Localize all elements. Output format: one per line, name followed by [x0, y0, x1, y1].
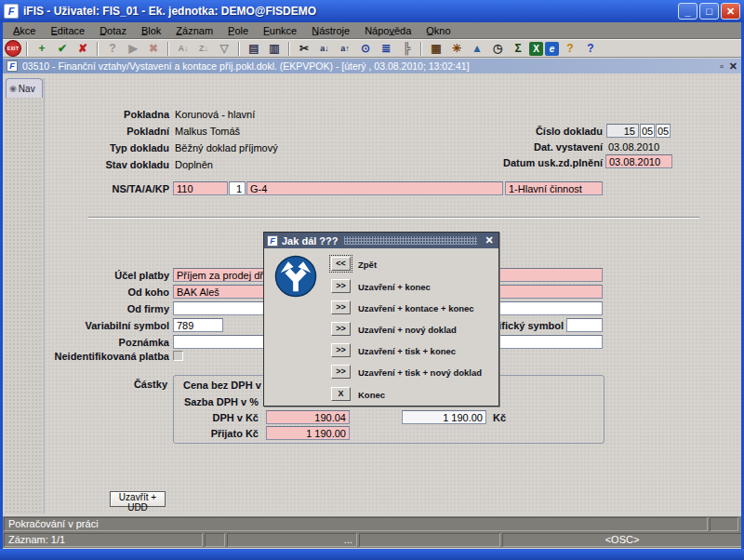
- specificky-symbol-field[interactable]: [566, 318, 603, 332]
- ucel-platby-label: Účel platby: [39, 270, 169, 281]
- datum-uzp-field[interactable]: [605, 154, 672, 168]
- record-cell-4: [359, 533, 500, 547]
- insert-record-icon[interactable]: +: [33, 41, 51, 57]
- menu-zaznam[interactable]: Z̲áznam: [168, 23, 220, 38]
- menu-editace[interactable]: E̲ditace: [43, 23, 92, 38]
- close-new-doc-button[interactable]: >>: [331, 322, 351, 336]
- dat-vystaveni-value: 03.08.2010: [608, 141, 659, 153]
- menu-funkce[interactable]: F̲unkce: [256, 23, 304, 38]
- ifis-icon: F: [267, 235, 278, 247]
- filter-icon[interactable]: ▽: [215, 41, 233, 57]
- close-end-label: Uzavření + konec: [358, 282, 431, 292]
- sazba-dph-label: Sazba DPH v %: [119, 396, 259, 407]
- close-print-new-doc-label: Uzavření + tisk + nový doklad: [358, 367, 482, 378]
- minimize-button[interactable]: _: [678, 3, 698, 20]
- close-end-button[interactable]: >>: [331, 279, 351, 293]
- a-field[interactable]: [246, 181, 503, 195]
- window-titlebar: F iFIS - Uživatel: FIS_01 - Ek. jednotka…: [0, 0, 744, 22]
- record-cell-2: [205, 533, 225, 547]
- close-print-end-label: Uzavření + tisk + konec: [358, 346, 456, 356]
- prijato-kc-field[interactable]: [266, 426, 350, 440]
- tab-nav[interactable]: ◉ Nav: [6, 78, 43, 98]
- mdi-window-title: 03510 - Finanční vztahy/Vystavení a kont…: [22, 60, 714, 72]
- user-help-icon[interactable]: ?: [561, 41, 579, 57]
- close-kontace-end-label: Uzavření + kontace + konec: [358, 303, 474, 313]
- enter-query-icon[interactable]: ?: [103, 41, 122, 57]
- uzavrit-udd-button[interactable]: Uzavřít + UDD: [110, 491, 166, 507]
- toolbar: EXIT + ✔ ✘ ? ▶ ✖ A↓ Z↓ ▽ ▤ ▥ ✂ a↓ a↑ ⊙ ≣…: [0, 39, 744, 58]
- clock-icon[interactable]: ◷: [488, 41, 507, 57]
- close-new-doc-label: Uzavření + nový doklad: [358, 325, 457, 335]
- cislo-dokladu-field-2[interactable]: [640, 124, 655, 138]
- osc-indicator: <OSC>: [502, 533, 742, 547]
- menu-napoveda[interactable]: Nápov̲ěda: [357, 23, 418, 38]
- menu-pole[interactable]: P̲ole: [220, 23, 256, 38]
- paste-value-icon[interactable]: a↑: [336, 41, 354, 57]
- dialog-title-pattern: [344, 236, 477, 245]
- app-icon: F: [4, 4, 19, 19]
- save-record-icon[interactable]: ✔: [53, 41, 72, 57]
- reports-icon[interactable]: ▲: [468, 41, 486, 57]
- tree-view-icon[interactable]: ╠: [397, 41, 416, 57]
- neident-platba-checkbox[interactable]: [173, 351, 183, 361]
- toolbar-separator: [420, 42, 422, 56]
- close-print-new-doc-button[interactable]: >>: [331, 365, 351, 379]
- cislo-dokladu-field-1[interactable]: [606, 124, 639, 138]
- variabilni-symbol-field[interactable]: [173, 318, 223, 332]
- window-title: iFIS - Uživatel: FIS_01 - Ek. jednotka: …: [23, 5, 676, 18]
- celkem-s-dph-field[interactable]: [402, 410, 486, 424]
- sum-icon[interactable]: Σ: [509, 41, 527, 57]
- neident-platba-label: Neidentifikovaná platba: [20, 351, 169, 362]
- print-icon[interactable]: ▤: [245, 41, 263, 57]
- cislo-dokladu-field-3[interactable]: [656, 124, 671, 138]
- cancel-query-icon[interactable]: ✖: [144, 41, 163, 57]
- sort-ascending-icon[interactable]: A↓: [174, 41, 193, 57]
- menu-bar: A̲kce E̲ditace D̲otaz B̲lok Z̲áznam P̲ol…: [0, 22, 744, 39]
- navigator-wheel-icon[interactable]: ✳: [447, 41, 466, 57]
- ns-field[interactable]: [173, 181, 228, 195]
- exit-icon[interactable]: EXIT: [5, 40, 21, 57]
- delete-record-icon[interactable]: ✘: [73, 41, 92, 57]
- dph-kc-field[interactable]: [266, 410, 350, 424]
- window-border-bottom: [0, 549, 744, 560]
- list-of-values-icon[interactable]: ≣: [377, 41, 395, 57]
- copy-value-icon[interactable]: a↓: [315, 41, 334, 57]
- help-icon[interactable]: ?: [581, 41, 600, 57]
- menu-blok[interactable]: B̲lok: [134, 23, 168, 38]
- cut-icon[interactable]: ✂: [295, 41, 313, 57]
- dph-kc-label: DPH v Kč: [119, 412, 259, 423]
- browser-icon[interactable]: e: [545, 42, 559, 56]
- close-button[interactable]: ✕: [721, 3, 740, 20]
- toolbar-separator: [238, 42, 240, 56]
- menu-okno[interactable]: O̲kno: [418, 23, 458, 38]
- find-icon[interactable]: ⊙: [356, 41, 375, 57]
- mdi-close-icon[interactable]: ✕: [729, 60, 737, 72]
- stav-dokladu-label: Stav dokladu: [39, 159, 169, 170]
- menu-dotaz[interactable]: D̲otaz: [92, 23, 134, 38]
- castky-label: Částky: [93, 379, 167, 390]
- sort-descending-icon[interactable]: Z↓: [194, 41, 213, 57]
- print-preview-icon[interactable]: ▥: [265, 41, 284, 57]
- dialog-close-icon[interactable]: ✕: [483, 234, 496, 247]
- maximize-button[interactable]: □: [699, 3, 719, 20]
- back-button[interactable]: <<: [331, 257, 351, 271]
- kc-currency-label: Kč: [493, 412, 506, 423]
- kp-field[interactable]: [505, 181, 603, 195]
- record-count: Záznam: 1/1: [4, 533, 203, 547]
- typ-dokladu-label: Typ dokladu: [39, 142, 169, 153]
- menu-nastroje[interactable]: N̲ástroje: [304, 23, 357, 38]
- stav-dokladu-value: Doplněn: [175, 159, 213, 170]
- calendar-icon[interactable]: ▦: [427, 41, 445, 57]
- execute-query-icon[interactable]: ▶: [124, 41, 142, 57]
- excel-export-icon[interactable]: X: [529, 42, 543, 56]
- ta-field[interactable]: [229, 181, 246, 195]
- pokladna-label: Pokladna: [39, 109, 169, 120]
- separator: [88, 217, 699, 219]
- status-message-aux: [710, 517, 738, 531]
- end-button[interactable]: X: [331, 387, 351, 401]
- mdi-restore-icon[interactable]: ▫: [720, 60, 724, 72]
- toolbar-separator: [26, 42, 28, 56]
- close-kontace-end-button[interactable]: >>: [331, 300, 351, 314]
- close-print-end-button[interactable]: >>: [331, 343, 351, 357]
- menu-akce[interactable]: A̲kce: [6, 23, 43, 38]
